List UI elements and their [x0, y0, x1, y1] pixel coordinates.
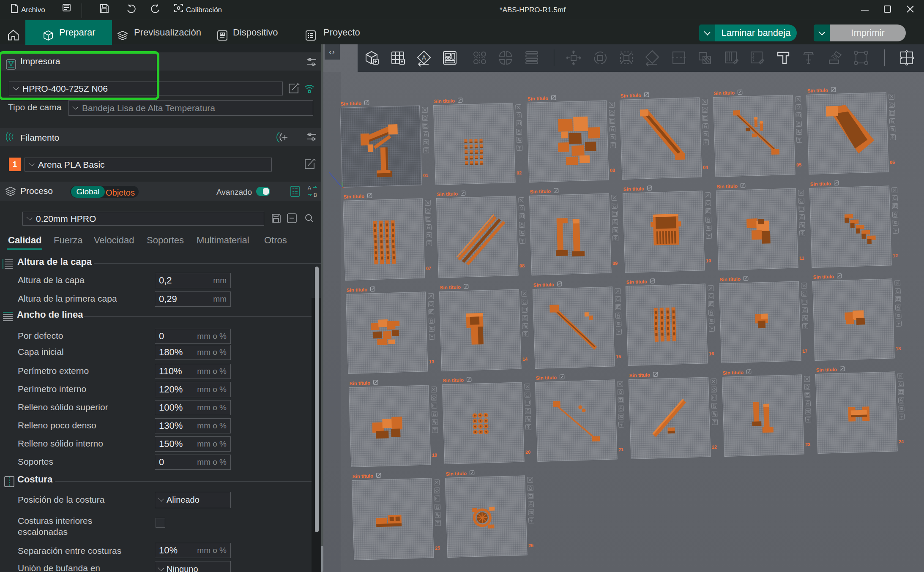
- svg-text:B: B: [314, 192, 317, 198]
- svg-text:A: A: [308, 185, 311, 191]
- svg-text:A: A: [422, 54, 426, 61]
